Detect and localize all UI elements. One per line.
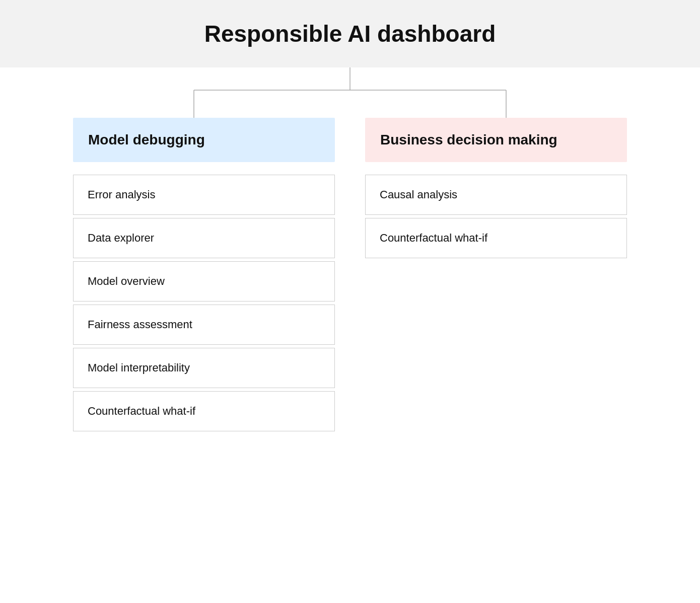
- page-title: Responsible AI dashboard: [10, 20, 690, 47]
- item-error-analysis[interactable]: Error analysis: [73, 175, 335, 215]
- item-data-explorer[interactable]: Data explorer: [73, 218, 335, 258]
- item-causal-analysis[interactable]: Causal analysis: [365, 175, 627, 215]
- item-model-overview[interactable]: Model overview: [73, 261, 335, 302]
- columns-area: Model debugging Error analysis Data expl…: [48, 118, 652, 434]
- item-fairness-assessment[interactable]: Fairness assessment: [73, 305, 335, 345]
- category-header-business-decision-making: Business decision making: [365, 118, 627, 162]
- title-section: Responsible AI dashboard: [0, 0, 700, 67]
- item-counterfactual-whatif-left[interactable]: Counterfactual what-if: [73, 391, 335, 431]
- column-model-debugging: Model debugging Error analysis Data expl…: [73, 118, 335, 434]
- tree-connector: [48, 67, 652, 118]
- column-business-decision-making: Business decision making Causal analysis…: [365, 118, 627, 261]
- page-container: Responsible AI dashboard Model debugging…: [0, 0, 700, 434]
- item-model-interpretability[interactable]: Model interpretability: [73, 348, 335, 388]
- category-header-model-debugging: Model debugging: [73, 118, 335, 162]
- item-counterfactual-whatif-right[interactable]: Counterfactual what-if: [365, 218, 627, 258]
